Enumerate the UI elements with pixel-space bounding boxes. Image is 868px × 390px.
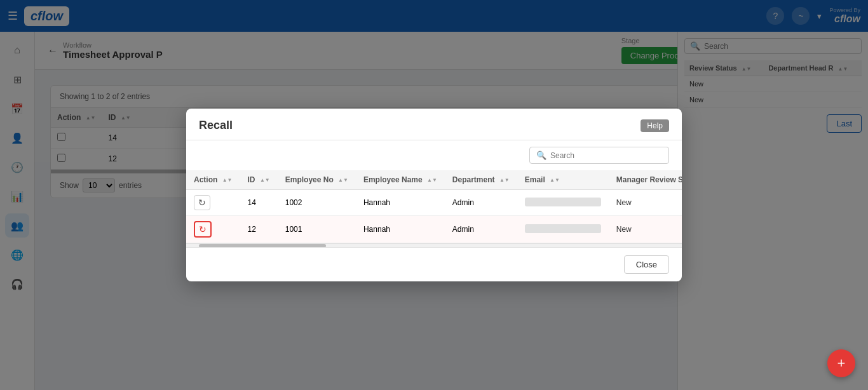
modal-empno-12: 1001	[278, 216, 356, 243]
modal-search-box[interactable]: 🔍	[529, 147, 669, 164]
modal-overlay: Recall Help 🔍 Action ▲▼ ID	[0, 0, 868, 390]
modal-table-row: ↻ 12 1001 Hannah Admin New	[186, 216, 682, 243]
recall-action-button-14[interactable]: ↻	[194, 195, 210, 210]
modal-col-empname: Employee Name ▲▼	[356, 170, 445, 190]
modal-col-mgrstatus: Manager Review Status ▲▼	[609, 170, 682, 190]
sort-modal-empname: ▲▼	[427, 177, 437, 183]
modal-email-12	[517, 216, 609, 243]
sort-modal-email: ▲▼	[550, 177, 560, 183]
modal-search-icon: 🔍	[536, 151, 546, 160]
modal-empno-14: 1002	[278, 190, 356, 216]
modal-search-input[interactable]	[550, 151, 662, 160]
modal-table: Action ▲▼ ID ▲▼ Employee No ▲▼ Employe	[186, 170, 682, 243]
email-blurred-12	[525, 224, 601, 233]
modal-dept-12: Admin	[445, 216, 517, 243]
email-blurred-14	[525, 198, 601, 206]
fab-button[interactable]: +	[827, 349, 855, 377]
modal-table-row: ↻ 14 1002 Hannah Admin New	[186, 190, 682, 216]
modal-dept-14: Admin	[445, 190, 517, 216]
modal-col-dept: Department ▲▼	[445, 170, 517, 190]
sort-modal-id: ▲▼	[260, 177, 270, 183]
modal-email-14	[517, 190, 609, 216]
modal-action-12[interactable]: ↻	[186, 216, 240, 243]
modal-empname-14: Hannah	[356, 190, 445, 216]
modal-action-14[interactable]: ↻	[186, 190, 240, 216]
modal-body: Action ▲▼ ID ▲▼ Employee No ▲▼ Employe	[186, 170, 682, 243]
modal-empname-12: Hannah	[356, 216, 445, 243]
sort-modal-empno: ▲▼	[338, 177, 348, 183]
recall-action-button-12[interactable]: ↻	[194, 221, 212, 238]
modal-id-14: 14	[240, 190, 278, 216]
recall-modal: Recall Help 🔍 Action ▲▼ ID	[186, 109, 682, 281]
modal-col-empno: Employee No ▲▼	[278, 170, 356, 190]
modal-status-12: New	[609, 216, 682, 243]
modal-status-14: New	[609, 190, 682, 216]
modal-col-id: ID ▲▼	[240, 170, 278, 190]
modal-id-12: 12	[240, 216, 278, 243]
sort-modal-action: ▲▼	[222, 177, 233, 183]
modal-col-email: Email ▲▼	[517, 170, 609, 190]
modal-close-button[interactable]: Close	[624, 255, 669, 274]
modal-title: Recall	[199, 119, 233, 132]
sort-modal-dept: ▲▼	[499, 177, 510, 183]
modal-help-button[interactable]: Help	[641, 119, 669, 132]
modal-search-area: 🔍	[186, 140, 682, 170]
modal-header: Recall Help	[186, 109, 682, 140]
modal-col-action: Action ▲▼	[186, 170, 240, 190]
modal-footer: Close	[186, 247, 682, 281]
